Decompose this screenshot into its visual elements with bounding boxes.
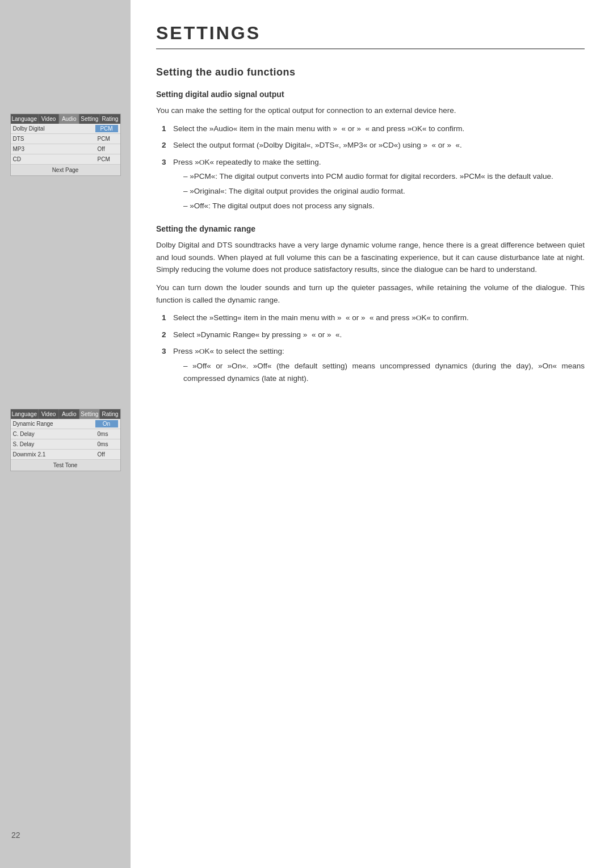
step3-num: 3 [162,156,173,214]
setting-menu-box: Language Video Audio Setting Rating Dyna… [10,409,121,471]
subsection2-heading: Setting the dynamic range [156,224,585,233]
step1-num: 1 [162,123,173,135]
menu1-header-setting: Setting [79,114,100,124]
menu1-header-audio: Audio [59,114,79,124]
menu1-header-video: Video [39,114,59,124]
menu2-label-downmix: Downmix 2.1 [13,451,95,458]
menu1-value-mp3: Off [95,145,118,153]
step2-content: Select the output format (»Dolby Digital… [173,139,585,152]
menu1-value-dts: PCM [95,135,118,142]
menu2-footer: Test Tone [11,460,120,471]
menu2-value-cdelay: 0ms [95,430,118,438]
audio-menu-box: Language Video Audio Setting Rating Dolb… [10,114,121,176]
subsection2-steps: 1 Select the »Setting« item in the main … [162,312,585,387]
s2-step2-num: 2 [162,329,173,341]
sidebar: Language Video Audio Setting Rating Dolb… [0,0,131,868]
menu2-header-video: Video [39,409,59,419]
menu1-value-dolby: PCM [95,125,118,132]
menu2-header-setting: Setting [79,409,100,419]
s2-bullet-1: – »Off« or »On«. »Off« (the default sett… [183,360,585,384]
s2-step1-content: Select the »Setting« item in the main me… [173,312,585,324]
menu2-row-downmix: Downmix 2.1 Off [11,450,120,460]
subsection2-step-1: 1 Select the »Setting« item in the main … [162,312,585,324]
menu2-header-language: Language [11,409,39,419]
menu1-label-dts: DTS [13,136,95,142]
subsection1-step-2: 2 Select the output format (»Dolby Digit… [162,139,585,152]
menu1-label-dolby: Dolby Digital [13,125,95,132]
main-content: SETTINGS Setting the audio functions Set… [131,0,613,868]
menu1-row-dts: DTS PCM [11,134,120,144]
subsection1-steps: 1 Select the »Audio« item in the main me… [162,123,585,215]
menu1-row-dolby: Dolby Digital PCM [11,124,120,134]
subsection2-para1: Dolby Digital and DTS soundtracks have a… [156,239,585,276]
section-heading: Setting the audio functions [156,66,585,78]
subsection2-bullets: – »Off« or »On«. »Off« (the default sett… [183,360,585,384]
step1-content: Select the »Audio« item in the main menu… [173,123,585,135]
s2-step3-content: Press »OK« to select the setting: [173,347,284,355]
subsection1-step-1: 1 Select the »Audio« item in the main me… [162,123,585,135]
menu2-value-downmix: Off [95,451,118,458]
menu1-header: Language Video Audio Setting Rating [11,114,120,124]
page-number: 22 [0,831,20,857]
menu2-row-cdelay: C. Delay 0ms [11,429,120,439]
menu2-row-sdelay: S. Delay 0ms [11,439,120,450]
menu1-label-mp3: MP3 [13,146,95,152]
subsection1-intro: You can make the setting for the optical… [156,104,585,117]
menu2-label-cdelay: C. Delay [13,431,95,437]
step3-content: Press »OK« repeatedly to make the settin… [173,158,321,166]
menu2-label-dynamic: Dynamic Range [13,421,95,427]
menu2-value-dynamic: On [95,420,118,427]
menu2-header-audio: Audio [59,409,79,419]
subsection2-para2: You can turn down the louder sounds and … [156,282,585,306]
menu2-row-dynamic: Dynamic Range On [11,419,120,429]
subsection2-step-2: 2 Select »Dynamic Range« by pressing » «… [162,329,585,341]
menu2-header-rating: Rating [100,409,120,419]
menu1-label-cd: CD [13,156,95,162]
menu1-header-language: Language [11,114,39,124]
subsection1-step-3: 3 Press »OK« repeatedly to make the sett… [162,156,585,214]
menu1-header-rating: Rating [100,114,120,124]
menu1-row-mp3: MP3 Off [11,144,120,154]
menu2-value-sdelay: 0ms [95,441,118,448]
s2-step3-num: 3 [162,345,173,387]
subsection2-step-3: 3 Press »OK« to select the setting: – »O… [162,345,585,387]
menu1-footer: Next Page [11,165,120,175]
menu2-label-sdelay: S. Delay [13,441,95,447]
subsection1-bullets: – »PCM«: The digital output converts int… [183,170,553,212]
menu2-header: Language Video Audio Setting Rating [11,409,120,419]
bullet-2: – »Original«: The digital output provide… [183,185,553,198]
s2-step1-num: 1 [162,312,173,324]
bullet-3: – »Off«: The digital output does not pro… [183,200,553,212]
s2-step2-content: Select »Dynamic Range« by pressing » « o… [173,329,585,341]
step2-num: 2 [162,139,173,152]
bullet-1: – »PCM«: The digital output converts int… [183,170,553,183]
menu1-row-cd: CD PCM [11,154,120,165]
subsection1-heading: Setting digital audio signal output [156,90,585,99]
menu1-value-cd: PCM [95,156,118,163]
page-title: SETTINGS [156,23,585,49]
